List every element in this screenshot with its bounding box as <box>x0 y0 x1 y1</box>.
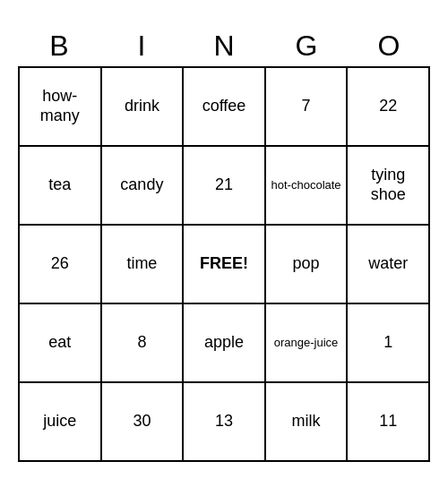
header-letter-O: O <box>348 26 430 66</box>
bingo-cell-4-2: 13 <box>184 383 266 462</box>
bingo-card: BINGO how-manydrinkcoffee722teacandy21ho… <box>18 26 430 462</box>
bingo-cell-3-0: eat <box>20 304 102 383</box>
bingo-cell-1-1: candy <box>102 147 185 226</box>
bingo-cell-2-0: 26 <box>20 226 102 304</box>
bingo-cell-4-0: juice <box>20 383 102 462</box>
bingo-cell-0-2: coffee <box>184 68 266 147</box>
header-letter-B: B <box>18 26 100 66</box>
bingo-cell-4-4: 11 <box>348 383 430 462</box>
bingo-cell-4-1: 30 <box>102 383 185 462</box>
bingo-row-0: how-manydrinkcoffee722 <box>20 68 430 147</box>
bingo-cell-3-1: 8 <box>102 304 185 383</box>
bingo-cell-0-1: drink <box>102 68 185 147</box>
bingo-cell-2-4: water <box>348 226 430 304</box>
bingo-cell-3-4: 1 <box>348 304 430 383</box>
bingo-grid: how-manydrinkcoffee722teacandy21hot-choc… <box>18 66 430 462</box>
bingo-cell-2-3: pop <box>266 226 349 304</box>
bingo-cell-0-4: 22 <box>348 68 430 147</box>
bingo-cell-2-1: time <box>102 226 185 304</box>
bingo-row-1: teacandy21hot-chocolatetying shoe <box>20 147 430 226</box>
bingo-cell-3-3: orange-juice <box>266 304 349 383</box>
bingo-cell-0-3: 7 <box>266 68 349 147</box>
header-letter-N: N <box>183 26 265 66</box>
bingo-cell-2-2: FREE! <box>184 226 266 304</box>
bingo-cell-0-0: how-many <box>20 68 102 147</box>
bingo-row-3: eat8appleorange-juice1 <box>20 304 430 383</box>
bingo-cell-1-3: hot-chocolate <box>266 147 349 226</box>
header-letter-I: I <box>100 26 183 66</box>
bingo-cell-1-0: tea <box>20 147 102 226</box>
bingo-cell-3-2: apple <box>184 304 266 383</box>
bingo-cell-4-3: milk <box>266 383 349 462</box>
header-letter-G: G <box>265 26 348 66</box>
bingo-row-4: juice3013milk11 <box>20 383 430 462</box>
bingo-row-2: 26timeFREE!popwater <box>20 226 430 304</box>
bingo-cell-1-2: 21 <box>184 147 266 226</box>
bingo-cell-1-4: tying shoe <box>348 147 430 226</box>
bingo-header: BINGO <box>18 26 430 66</box>
